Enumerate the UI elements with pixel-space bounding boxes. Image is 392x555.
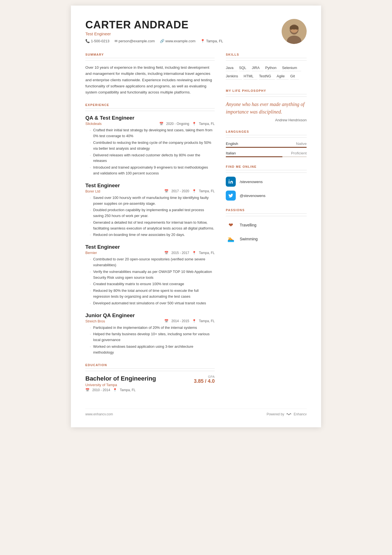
powered-by-text: Powered by (267, 412, 284, 416)
bullet-2-3: Generated a detailed list of test requir… (90, 220, 215, 231)
passions-label: PASSIONS (226, 208, 307, 214)
lang-italian-level: Proficient (291, 151, 307, 155)
website-url: www.example.com (165, 39, 195, 43)
edu-degree: Bachelor of Engineering (85, 375, 156, 382)
twitter-handle: @stevenowens (240, 194, 266, 198)
footer-brand: Powered by Enhancv (267, 412, 307, 416)
bullet-3-4: Reduced by 80% the total amount of time … (90, 288, 215, 300)
brand-name: Enhancv (294, 412, 307, 416)
bullet-1-4: Introduced and trained approximately 9 e… (90, 165, 215, 176)
skill-jira: JIRA (252, 65, 264, 71)
linkedin-item[interactable]: /stevenowens (226, 177, 307, 187)
avatar (282, 19, 307, 44)
loc-icon-4: 📍 (192, 319, 196, 323)
exp-loc-1: Tampa, FL (199, 122, 215, 126)
main-content: SUMMARY Over 10 years of experience in t… (85, 53, 307, 400)
loc-icon-1: 📍 (192, 122, 196, 126)
exp-meta-1: Slickdeals 📅 2020 - Ongoing 📍 Tampa, FL (85, 122, 215, 126)
exp-dateloc-2: 📅 2017 - 2020 📍 Tampa, FL (164, 189, 215, 193)
lang-italian: Italian Proficient (226, 151, 307, 157)
philosophy-author: Andrew Hendrixson (226, 118, 307, 122)
header: CARTER ANDRADE Test Engineer 📞 1-500-021… (85, 19, 307, 44)
skill-java: Java (226, 65, 237, 71)
footer: www.enhancv.com Powered by Enhancv (85, 409, 307, 416)
exp-meta-3: Bernier 📅 2015 - 2017 📍 Tampa, FL (85, 251, 215, 255)
email-address: person@example.com (119, 39, 155, 43)
skill-html: HTML (244, 73, 257, 80)
skills-label: SKILLS (226, 53, 307, 58)
twitter-item[interactable]: @stevenowens (226, 191, 307, 201)
location-info: 📍 Tampa, FL (200, 39, 223, 43)
skill-testng: TestNG (259, 73, 275, 80)
right-column: SKILLS Java SQL JIRA Python Selenium Jen… (226, 53, 307, 400)
lang-english-bar-bg (226, 147, 307, 148)
skill-sql: SQL (239, 65, 250, 71)
exp-meta-4: Streich Bros 📅 2014 - 2015 📍 Tampa, FL (85, 319, 215, 323)
exp-bullets-4: Participated in the implementation of 20… (85, 325, 215, 356)
philosophy-section: MY LIFE PHILOSOPHY Anyone who has ever m… (226, 89, 307, 122)
education-section: EDUCATION Bachelor of Engineering Univer… (85, 363, 215, 392)
svg-point-6 (296, 26, 299, 30)
swimming-icon: 🏊 (226, 234, 236, 244)
phone-number: 1-500-0213 (91, 39, 110, 43)
skills-section: SKILLS Java SQL JIRA Python Selenium Jen… (226, 53, 307, 81)
exp-meta-2: Borer Ltd 📅 2017 - 2020 📍 Tampa, FL (85, 189, 215, 193)
bullet-3-2: Verify the vulnerabilities manually as p… (90, 269, 215, 281)
online-section: FIND ME ONLINE /stevenowens (226, 165, 307, 201)
exp-item-1: QA & Test Engineer Slickdeals 📅 2020 - O… (85, 115, 215, 176)
left-column: SUMMARY Over 10 years of experience in t… (85, 53, 215, 400)
linkedin-handle: /stevenowens (240, 180, 263, 184)
exp-company-1: Slickdeals (85, 122, 102, 126)
exp-company-2: Borer Ltd (85, 189, 100, 193)
cal-icon-1: 📅 (159, 122, 163, 126)
edu-loc-icon: 📍 (113, 388, 117, 392)
exp-dates-4: 2014 - 2015 (171, 319, 189, 323)
bullet-2-4: Reduced on-boarding time of new associat… (90, 232, 215, 238)
exp-loc-4: Tampa, FL (199, 319, 215, 323)
exp-title-3: Test Engineer (85, 244, 215, 250)
passions-section: PASSIONS ❤ Travelling 🏊 Swimming (226, 208, 307, 244)
exp-dateloc-3: 📅 2015 - 2017 📍 Tampa, FL (164, 251, 215, 255)
phone-info: 📞 1-500-0213 (85, 39, 110, 43)
exp-item-3: Test Engineer Bernier 📅 2015 - 2017 📍 Ta… (85, 244, 215, 306)
exp-dates-3: 2015 - 2017 (171, 251, 189, 255)
exp-title-4: Junior QA Engineer (85, 312, 215, 319)
lang-italian-bar-bg (226, 156, 307, 157)
lang-italian-name: Italian (226, 151, 236, 155)
bullet-3-5: Developed automated test simulations of … (90, 300, 215, 306)
edu-gpa: GPA 3.85 / 4.0 (194, 375, 215, 384)
phone-icon: 📞 (85, 39, 90, 43)
passion-swimming: 🏊 Swimming (226, 234, 307, 244)
online-label: FIND ME ONLINE (226, 165, 307, 170)
loc-icon-2: 📍 (192, 189, 196, 193)
cal-icon-2: 📅 (164, 189, 168, 193)
edu-item: Bachelor of Engineering University of Ta… (85, 375, 215, 392)
exp-bullets-2: Saved over 100 hours/y worth of manufact… (85, 195, 215, 238)
bullet-1-1: Crafted their initial test strategy by d… (90, 127, 215, 139)
summary-label: SUMMARY (85, 53, 215, 58)
candidate-name: CARTER ANDRADE (85, 19, 223, 31)
lang-english-row: English Native (226, 142, 307, 146)
exp-bullets-1: Crafted their initial test strategy by d… (85, 127, 215, 176)
cal-icon-4: 📅 (164, 319, 168, 323)
linkedin-icon (226, 177, 236, 187)
bullet-4-2: Helped the family business develop 10+ s… (90, 331, 215, 343)
bullet-3-3: Created traceability matrix to ensure 10… (90, 281, 215, 287)
skill-jenkins: Jenkins (226, 73, 242, 80)
svg-point-5 (290, 26, 292, 30)
exp-item-4: Junior QA Engineer Streich Bros 📅 2014 -… (85, 312, 215, 356)
lang-italian-row: Italian Proficient (226, 151, 307, 155)
edu-left: Bachelor of Engineering University of Ta… (85, 375, 156, 392)
email-info: ✉ person@example.com (115, 39, 155, 43)
email-icon: ✉ (115, 39, 118, 43)
philosophy-label: MY LIFE PHILOSOPHY (226, 89, 307, 94)
location-text: Tampa, FL (206, 39, 223, 43)
edu-cal-icon: 📅 (85, 388, 90, 392)
exp-title-2: Test Engineer (85, 182, 215, 189)
exp-dates-2: 2017 - 2020 (171, 189, 189, 193)
skill-agile: Agile (277, 73, 289, 80)
skill-selenium: Selenium (282, 65, 301, 71)
languages-section: LANGUAGES English Native Italian Profici… (226, 130, 307, 157)
twitter-icon (226, 191, 236, 201)
passion-travelling-label: Travelling (240, 223, 256, 227)
